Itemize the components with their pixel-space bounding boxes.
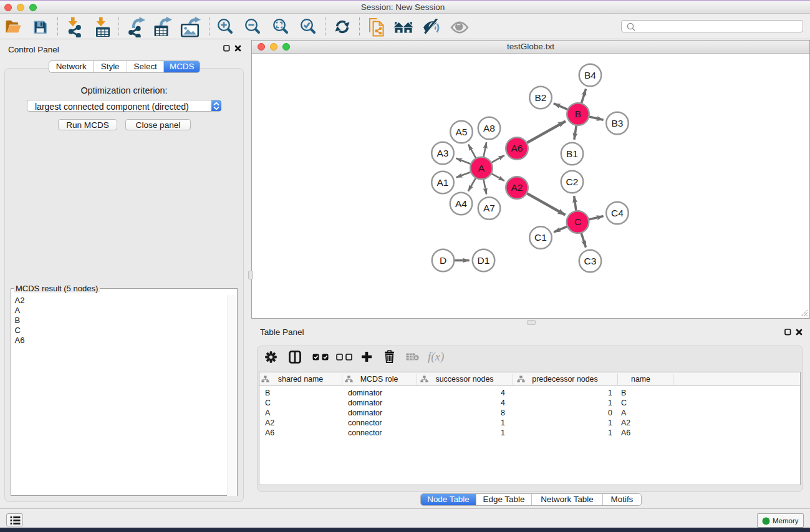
svg-text:A7: A7 [483, 203, 495, 213]
svg-text:B1: B1 [566, 148, 578, 159]
svg-text:A6: A6 [511, 143, 523, 153]
svg-text:C2: C2 [566, 177, 579, 187]
svg-text:C4: C4 [611, 208, 624, 218]
svg-text:C1: C1 [534, 232, 547, 243]
svg-text:A3: A3 [437, 148, 449, 158]
svg-text:A2: A2 [511, 182, 523, 193]
svg-text:A4: A4 [455, 198, 467, 209]
svg-text:B4: B4 [584, 70, 596, 80]
svg-text:C3: C3 [584, 256, 597, 266]
svg-text:D: D [440, 255, 446, 266]
svg-text:B3: B3 [612, 118, 624, 128]
svg-text:C: C [574, 216, 581, 227]
svg-text:A: A [478, 163, 485, 173]
svg-text:B: B [575, 109, 581, 119]
svg-text:D1: D1 [478, 255, 490, 266]
svg-text:B2: B2 [535, 92, 547, 103]
svg-text:A5: A5 [456, 127, 468, 137]
svg-text:A8: A8 [483, 123, 495, 133]
svg-text:A1: A1 [437, 177, 449, 188]
